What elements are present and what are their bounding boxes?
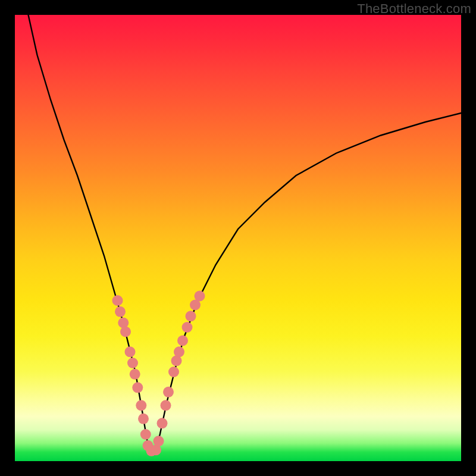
marker-dot xyxy=(118,318,129,328)
plot-area xyxy=(15,15,461,461)
marker-dot xyxy=(120,327,131,337)
marker-dot xyxy=(125,346,136,357)
marker-group xyxy=(112,291,205,456)
marker-dot xyxy=(174,346,184,357)
marker-dot xyxy=(177,336,188,346)
marker-dot xyxy=(186,311,196,321)
marker-dot xyxy=(115,306,126,317)
marker-dot xyxy=(161,400,171,411)
marker-dot xyxy=(182,322,193,333)
marker-dot xyxy=(195,291,205,302)
marker-dot xyxy=(168,367,179,377)
marker-dot xyxy=(127,358,138,368)
chart-svg xyxy=(15,15,461,461)
marker-dot xyxy=(163,387,174,397)
marker-dot xyxy=(132,382,143,393)
marker-dot xyxy=(130,369,140,380)
watermark-text: TheBottleneck.com xyxy=(357,1,471,17)
marker-dot xyxy=(136,400,146,411)
marker-dot xyxy=(138,414,149,424)
bottleneck-curve xyxy=(29,15,462,450)
marker-dot xyxy=(154,436,164,446)
marker-dot xyxy=(112,295,123,306)
outer-frame: TheBottleneck.com xyxy=(0,0,476,476)
marker-dot xyxy=(157,418,168,428)
marker-dot xyxy=(140,429,151,440)
